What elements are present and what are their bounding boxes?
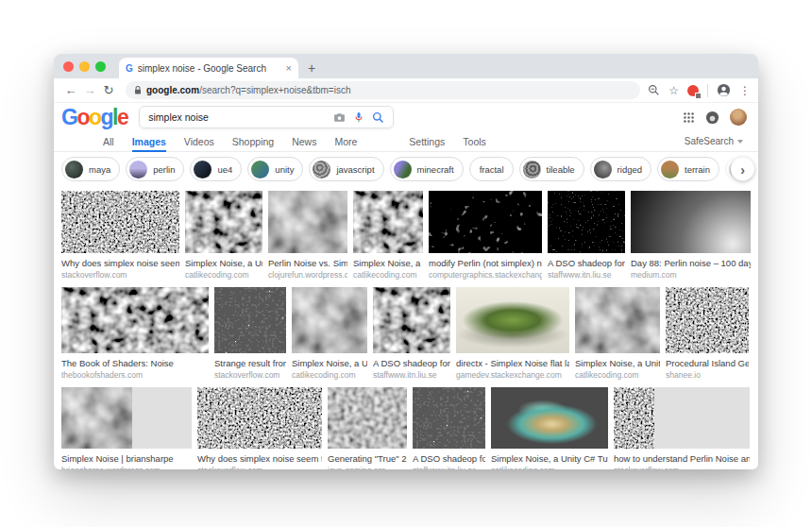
profile-icon[interactable] bbox=[717, 83, 731, 97]
result-image[interactable] bbox=[429, 191, 542, 253]
result-image[interactable] bbox=[373, 287, 450, 353]
related-chip-tileable[interactable]: tileable bbox=[519, 157, 584, 181]
result-card[interactable]: Simplex Noise, a Unity C# Tutorial catli… bbox=[491, 387, 608, 469]
camera-icon[interactable] bbox=[333, 111, 346, 124]
back-icon[interactable]: ← bbox=[61, 84, 80, 96]
safesearch-control[interactable]: SafeSearch bbox=[685, 136, 743, 146]
result-image[interactable] bbox=[413, 387, 485, 449]
zoom-out-icon[interactable] bbox=[648, 84, 660, 96]
nav-tab-news[interactable]: News bbox=[292, 131, 316, 152]
related-chip-maya[interactable]: maya bbox=[61, 157, 120, 181]
mic-icon[interactable] bbox=[353, 111, 364, 123]
close-window-button[interactable] bbox=[63, 61, 74, 72]
search-input[interactable]: simplex noise bbox=[148, 111, 326, 123]
forward-icon[interactable]: → bbox=[80, 84, 99, 96]
zoom-window-button[interactable] bbox=[95, 61, 106, 72]
related-chip-ue4[interactable]: ue4 bbox=[190, 157, 242, 181]
nav-tab-all[interactable]: All bbox=[103, 131, 114, 152]
related-chip-terrain[interactable]: terrain bbox=[657, 157, 719, 181]
result-image[interactable] bbox=[614, 387, 750, 449]
search-box[interactable]: simplex noise bbox=[139, 106, 394, 128]
related-chip-unity[interactable]: unity bbox=[247, 157, 303, 181]
result-card[interactable]: Simplex Noise, a Unity C# Tu... catlikec… bbox=[575, 287, 660, 380]
address-bar[interactable]: google.com/search?q=simplex+noise&tbm=is… bbox=[126, 81, 640, 99]
result-card[interactable]: A DSO shadeop for Perlin si... staffwww.… bbox=[548, 191, 625, 280]
nav-tab-shopping[interactable]: Shopping bbox=[232, 131, 274, 152]
result-caption[interactable]: modify Perlin (not simplex) noise ... bbox=[429, 258, 542, 268]
result-caption[interactable]: directx - Simplex Noise flat land and ..… bbox=[456, 358, 569, 368]
result-card[interactable]: Procedural Island Generation shanee.io bbox=[666, 287, 749, 380]
related-chip-perlin[interactable]: perlin bbox=[126, 157, 184, 181]
result-card[interactable]: Simplex Noise, a Unity C# T... catlikeco… bbox=[353, 191, 423, 280]
related-chip-javascript[interactable]: javascript bbox=[309, 157, 383, 181]
result-image[interactable] bbox=[185, 191, 262, 253]
result-caption[interactable]: Simplex Noise, a Unity C# T... bbox=[353, 258, 423, 268]
result-card[interactable]: Day 88: Perlin noise – 100 days of ... m… bbox=[631, 191, 751, 280]
search-icon[interactable] bbox=[372, 111, 384, 124]
result-image[interactable] bbox=[666, 287, 749, 353]
result-card[interactable]: modify Perlin (not simplex) noise ... co… bbox=[429, 191, 542, 280]
reload-icon[interactable]: ↻ bbox=[99, 84, 118, 96]
result-card[interactable]: Simplex Noise | briansharpe briansharpe.… bbox=[61, 387, 192, 469]
result-image[interactable] bbox=[353, 191, 423, 253]
result-caption[interactable]: Simplex Noise, a Unity C# Tu... bbox=[575, 358, 660, 368]
result-caption[interactable]: Simplex Noise, a Unity C# Tut... bbox=[292, 358, 367, 368]
minimize-window-button[interactable] bbox=[79, 61, 90, 72]
result-caption[interactable]: Simplex Noise, a Unity C# T... bbox=[185, 258, 262, 268]
result-caption[interactable]: Procedural Island Generation bbox=[666, 358, 749, 368]
result-caption[interactable]: The Book of Shaders: Noise bbox=[61, 358, 209, 368]
result-image[interactable] bbox=[214, 287, 286, 353]
result-card[interactable]: Why does simplex noise seem to have ... … bbox=[197, 387, 322, 469]
result-caption[interactable]: Why does simplex noise seem to have ... bbox=[61, 258, 179, 268]
result-caption[interactable]: Simplex Noise, a Unity C# Tutorial bbox=[491, 453, 608, 464]
result-card[interactable]: how to understand Perlin Noise and how .… bbox=[614, 387, 750, 469]
result-image[interactable] bbox=[631, 191, 751, 253]
result-card[interactable]: The Book of Shaders: Noise thebookofshad… bbox=[61, 287, 209, 380]
result-card[interactable]: Why does simplex noise seem to have ... … bbox=[61, 191, 179, 280]
result-card[interactable]: Simplex Noise, a Unity C# T... catlikeco… bbox=[185, 191, 262, 280]
related-chip-minecraft[interactable]: minecraft bbox=[390, 157, 464, 181]
result-card[interactable]: Generating "True" 2D Perlin Noi... java-… bbox=[328, 387, 407, 469]
menu-dots-icon[interactable]: ⋮ bbox=[739, 85, 751, 96]
result-caption[interactable]: Perlin Noise vs. Simplex Noi... bbox=[268, 258, 347, 268]
result-caption[interactable]: A DSO shadeop for Perlin si... bbox=[413, 453, 485, 464]
chips-scroll-right-button[interactable]: › bbox=[731, 158, 754, 181]
result-image[interactable] bbox=[456, 287, 569, 353]
browser-tab[interactable]: G simplex noise - Google Search × bbox=[119, 58, 298, 78]
result-card[interactable]: Simplex Noise, a Unity C# Tut... catlike… bbox=[292, 287, 367, 380]
result-caption[interactable]: Strange result from perlin noi... bbox=[214, 358, 286, 368]
nav-tool-settings[interactable]: Settings bbox=[409, 136, 445, 147]
extension-icon[interactable] bbox=[687, 85, 699, 96]
related-chip-ridged[interactable]: ridged bbox=[590, 157, 651, 181]
result-image[interactable] bbox=[292, 287, 367, 353]
result-image[interactable] bbox=[328, 387, 407, 449]
result-image[interactable] bbox=[61, 287, 209, 353]
result-card[interactable]: A DSO shadeop for Perlin simpl... staffw… bbox=[373, 287, 450, 380]
account-avatar[interactable] bbox=[730, 109, 747, 126]
nav-tool-tools[interactable]: Tools bbox=[463, 136, 486, 147]
result-image[interactable] bbox=[61, 191, 179, 253]
bookmark-star-icon[interactable]: ☆ bbox=[668, 85, 679, 96]
result-card[interactable]: Perlin Noise vs. Simplex Noi... clojuref… bbox=[268, 191, 347, 280]
result-caption[interactable]: Generating "True" 2D Perlin Noi... bbox=[328, 453, 407, 464]
result-image[interactable] bbox=[491, 387, 608, 449]
result-caption[interactable]: Why does simplex noise seem to have ... bbox=[197, 453, 322, 464]
result-card[interactable]: Strange result from perlin noi... stacko… bbox=[214, 287, 286, 380]
result-image[interactable] bbox=[548, 191, 625, 253]
result-caption[interactable]: Day 88: Perlin noise – 100 days of ... bbox=[631, 258, 751, 268]
apps-grid-icon[interactable] bbox=[683, 111, 695, 124]
result-caption[interactable]: how to understand Perlin Noise and how .… bbox=[614, 453, 750, 464]
new-tab-button[interactable]: + bbox=[308, 60, 315, 76]
result-image[interactable] bbox=[197, 387, 322, 449]
result-caption[interactable]: A DSO shadeop for Perlin si... bbox=[548, 258, 625, 268]
result-image[interactable] bbox=[575, 287, 660, 353]
result-image[interactable] bbox=[268, 191, 347, 253]
nav-tab-images[interactable]: Images bbox=[132, 131, 166, 152]
result-card[interactable]: A DSO shadeop for Perlin si... staffwww.… bbox=[413, 387, 485, 469]
nav-tab-videos[interactable]: Videos bbox=[184, 131, 214, 152]
result-caption[interactable]: A DSO shadeop for Perlin simpl... bbox=[373, 358, 450, 368]
result-card[interactable]: directx - Simplex Noise flat land and ..… bbox=[456, 287, 569, 380]
tab-close-icon[interactable]: × bbox=[286, 63, 292, 74]
dark-circle-icon[interactable] bbox=[705, 110, 719, 125]
result-image[interactable] bbox=[61, 387, 192, 449]
